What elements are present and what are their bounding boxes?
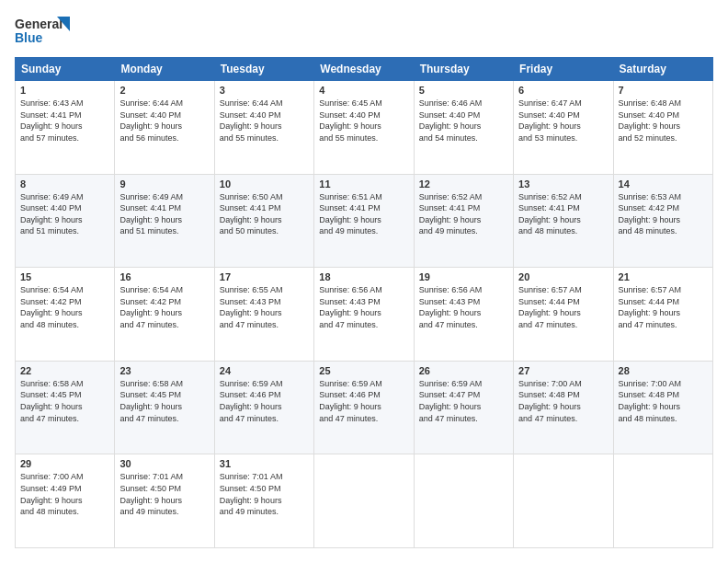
calendar-cell: 10Sunrise: 6:50 AM Sunset: 4:41 PM Dayli… [214,174,313,268]
day-number: 14 [619,178,708,190]
day-number: 20 [518,271,608,282]
calendar-cell: 19Sunrise: 6:56 AM Sunset: 4:43 PM Dayli… [414,268,513,362]
day-number: 5 [419,85,508,96]
calendar-cell: 23Sunrise: 6:58 AM Sunset: 4:45 PM Dayli… [115,361,214,454]
calendar-cell [613,454,712,548]
weekday-header-row: SundayMondayTuesdayWednesdayThursdayFrid… [16,58,713,81]
calendar-cell [314,454,414,548]
day-number: 3 [220,85,309,96]
calendar-cell: 27Sunrise: 7:00 AM Sunset: 4:48 PM Dayli… [514,361,613,454]
day-number: 30 [119,458,209,469]
weekday-monday: Monday [115,58,214,81]
calendar-cell: 2Sunrise: 6:44 AM Sunset: 4:40 PM Daylig… [115,81,214,175]
calendar-cell: 22Sunrise: 6:58 AM Sunset: 4:45 PM Dayli… [16,361,115,454]
calendar-cell: 30Sunrise: 7:01 AM Sunset: 4:50 PM Dayli… [115,454,214,548]
calendar-cell: 5Sunrise: 6:46 AM Sunset: 4:40 PM Daylig… [414,81,513,175]
calendar-cell: 6Sunrise: 6:47 AM Sunset: 4:40 PM Daylig… [514,81,613,175]
day-info: Sunrise: 6:44 AM Sunset: 4:40 PM Dayligh… [220,98,309,144]
day-info: Sunrise: 6:49 AM Sunset: 4:40 PM Dayligh… [20,191,109,237]
day-number: 24 [220,365,309,376]
day-info: Sunrise: 6:45 AM Sunset: 4:40 PM Dayligh… [319,98,408,144]
day-info: Sunrise: 6:43 AM Sunset: 4:41 PM Dayligh… [20,98,109,144]
day-info: Sunrise: 6:53 AM Sunset: 4:42 PM Dayligh… [619,191,708,237]
calendar-cell: 14Sunrise: 6:53 AM Sunset: 4:42 PM Dayli… [613,174,712,268]
day-number: 17 [220,271,309,282]
calendar-cell: 31Sunrise: 7:01 AM Sunset: 4:50 PM Dayli… [214,454,313,548]
day-info: Sunrise: 6:47 AM Sunset: 4:40 PM Dayligh… [518,98,608,144]
day-info: Sunrise: 7:01 AM Sunset: 4:50 PM Dayligh… [220,471,309,517]
page: GeneralBlue SundayMondayTuesdayWednesday… [0,0,728,563]
day-number: 7 [619,85,708,96]
calendar-cell: 4Sunrise: 6:45 AM Sunset: 4:40 PM Daylig… [314,81,414,175]
calendar-body: 1Sunrise: 6:43 AM Sunset: 4:41 PM Daylig… [16,81,713,548]
calendar-cell: 24Sunrise: 6:59 AM Sunset: 4:46 PM Dayli… [214,361,313,454]
day-info: Sunrise: 7:00 AM Sunset: 4:48 PM Dayligh… [518,378,608,424]
day-number: 1 [20,85,109,96]
day-number: 19 [419,271,508,282]
calendar-cell: 25Sunrise: 6:59 AM Sunset: 4:46 PM Dayli… [314,361,414,454]
day-info: Sunrise: 6:59 AM Sunset: 4:46 PM Dayligh… [220,378,309,424]
calendar-cell: 12Sunrise: 6:52 AM Sunset: 4:41 PM Dayli… [414,174,513,268]
calendar-cell: 28Sunrise: 7:00 AM Sunset: 4:48 PM Dayli… [613,361,712,454]
week-row-5: 29Sunrise: 7:00 AM Sunset: 4:49 PM Dayli… [16,454,713,548]
svg-text:General: General [15,17,63,31]
logo: GeneralBlue [15,15,70,48]
day-number: 11 [319,178,408,190]
day-info: Sunrise: 6:55 AM Sunset: 4:43 PM Dayligh… [220,284,309,330]
day-number: 4 [319,85,408,96]
calendar-cell [514,454,613,548]
day-info: Sunrise: 6:52 AM Sunset: 4:41 PM Dayligh… [419,191,508,237]
day-number: 6 [518,85,608,96]
day-info: Sunrise: 6:58 AM Sunset: 4:45 PM Dayligh… [20,378,109,424]
day-info: Sunrise: 6:50 AM Sunset: 4:41 PM Dayligh… [220,191,309,237]
day-number: 13 [518,178,608,190]
day-info: Sunrise: 6:51 AM Sunset: 4:41 PM Dayligh… [319,191,408,237]
calendar-cell: 29Sunrise: 7:00 AM Sunset: 4:49 PM Dayli… [16,454,115,548]
day-info: Sunrise: 7:00 AM Sunset: 4:48 PM Dayligh… [619,378,708,424]
calendar-cell: 9Sunrise: 6:49 AM Sunset: 4:41 PM Daylig… [115,174,214,268]
calendar-cell: 18Sunrise: 6:56 AM Sunset: 4:43 PM Dayli… [314,268,414,362]
weekday-sunday: Sunday [16,58,115,81]
week-row-1: 1Sunrise: 6:43 AM Sunset: 4:41 PM Daylig… [16,81,713,175]
calendar-cell: 3Sunrise: 6:44 AM Sunset: 4:40 PM Daylig… [214,81,313,175]
day-info: Sunrise: 6:59 AM Sunset: 4:47 PM Dayligh… [419,378,508,424]
week-row-2: 8Sunrise: 6:49 AM Sunset: 4:40 PM Daylig… [16,174,713,268]
day-number: 27 [518,365,608,376]
weekday-thursday: Thursday [414,58,513,81]
day-number: 26 [419,365,508,376]
weekday-friday: Friday [514,58,613,81]
calendar-cell: 26Sunrise: 6:59 AM Sunset: 4:47 PM Dayli… [414,361,513,454]
calendar-cell: 1Sunrise: 6:43 AM Sunset: 4:41 PM Daylig… [16,81,115,175]
day-number: 2 [119,85,209,96]
day-info: Sunrise: 7:00 AM Sunset: 4:49 PM Dayligh… [20,471,109,517]
day-info: Sunrise: 6:49 AM Sunset: 4:41 PM Dayligh… [119,191,209,237]
calendar-cell: 20Sunrise: 6:57 AM Sunset: 4:44 PM Dayli… [514,268,613,362]
day-number: 8 [20,178,109,190]
day-info: Sunrise: 6:56 AM Sunset: 4:43 PM Dayligh… [319,284,408,330]
week-row-3: 15Sunrise: 6:54 AM Sunset: 4:42 PM Dayli… [16,268,713,362]
day-info: Sunrise: 7:01 AM Sunset: 4:50 PM Dayligh… [119,471,209,517]
header: GeneralBlue [15,15,713,48]
calendar-cell: 16Sunrise: 6:54 AM Sunset: 4:42 PM Dayli… [115,268,214,362]
day-number: 16 [119,271,209,282]
week-row-4: 22Sunrise: 6:58 AM Sunset: 4:45 PM Dayli… [16,361,713,454]
calendar-cell: 17Sunrise: 6:55 AM Sunset: 4:43 PM Dayli… [214,268,313,362]
day-number: 12 [419,178,508,190]
calendar-cell: 11Sunrise: 6:51 AM Sunset: 4:41 PM Dayli… [314,174,414,268]
calendar-cell: 21Sunrise: 6:57 AM Sunset: 4:44 PM Dayli… [613,268,712,362]
calendar-table: SundayMondayTuesdayWednesdayThursdayFrid… [15,57,713,548]
day-info: Sunrise: 6:46 AM Sunset: 4:40 PM Dayligh… [419,98,508,144]
day-info: Sunrise: 6:54 AM Sunset: 4:42 PM Dayligh… [20,284,109,330]
day-number: 15 [20,271,109,282]
day-number: 22 [20,365,109,376]
day-number: 29 [20,458,109,469]
day-info: Sunrise: 6:57 AM Sunset: 4:44 PM Dayligh… [518,284,608,330]
weekday-saturday: Saturday [613,58,712,81]
day-info: Sunrise: 6:48 AM Sunset: 4:40 PM Dayligh… [619,98,708,144]
day-info: Sunrise: 6:58 AM Sunset: 4:45 PM Dayligh… [119,378,209,424]
day-info: Sunrise: 6:52 AM Sunset: 4:41 PM Dayligh… [518,191,608,237]
day-info: Sunrise: 6:54 AM Sunset: 4:42 PM Dayligh… [119,284,209,330]
calendar-cell: 8Sunrise: 6:49 AM Sunset: 4:40 PM Daylig… [16,174,115,268]
weekday-tuesday: Tuesday [214,58,313,81]
calendar-cell: 15Sunrise: 6:54 AM Sunset: 4:42 PM Dayli… [16,268,115,362]
